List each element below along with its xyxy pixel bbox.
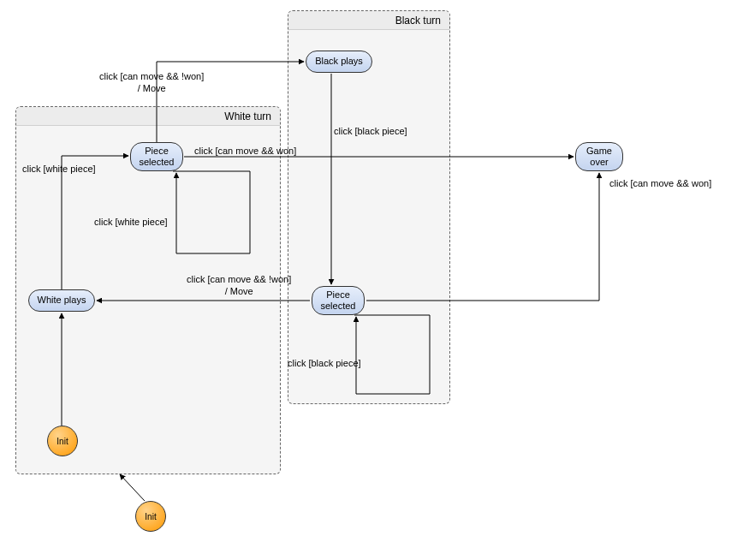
state-black-plays-label: Black plays [315,56,363,67]
edge-label-white-plays-guard: click [white piece] [22,164,96,176]
state-black-piece-selected-label: Piece selected [318,289,359,312]
state-black-piece-selected: Piece selected [312,286,365,315]
init-inner: Init [47,426,78,456]
region-black-header: Black turn [288,11,449,30]
edge-label-black-to-game-over: click [can move && won] [609,178,711,190]
state-white-piece-selected-label: Piece selected [136,146,177,168]
init-outer: Init [135,501,166,532]
state-white-plays-label: White plays [38,295,86,306]
edge-label-white-piece-loop: click [white piece] [94,217,168,229]
region-white-title: White turn [224,110,271,122]
region-black-title: Black turn [395,15,441,27]
edge-label-white-to-black: click [can move && !won] / Move [99,71,204,95]
state-game-over: Game over [575,142,623,171]
state-white-plays: White plays [28,289,95,312]
init-inner-label: Init [56,437,68,446]
edge-label-black-piece-loop: click [black piece] [288,358,361,370]
state-white-piece-selected: Piece selected [130,142,183,171]
init-outer-label: Init [145,512,156,521]
edge-label-white-to-game-over: click [can move && won] [194,146,296,158]
state-black-plays: Black plays [306,51,372,73]
state-game-over-label: Game over [581,146,617,168]
region-white-header: White turn [16,107,280,126]
edge-label-black-to-white: click [can move && !won] / Move [187,274,291,298]
edge-label-black-plays-guard: click [black piece] [334,126,407,138]
